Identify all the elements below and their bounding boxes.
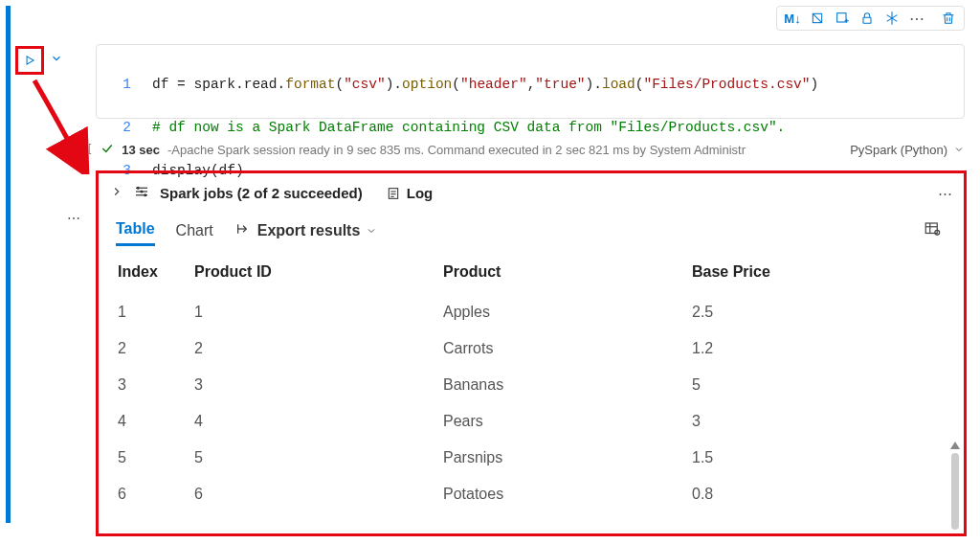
freeze-button[interactable] (880, 8, 903, 29)
spark-jobs-row: Spark jobs (2 of 2 succeeded) Log ⋯ (99, 173, 964, 211)
export-results-button[interactable]: Export results (234, 221, 378, 240)
table-cell: 0.8 (690, 476, 947, 512)
spark-jobs-icon (133, 183, 150, 203)
annotation-arrow (27, 79, 94, 174)
table-cell: 3 (690, 403, 947, 440)
line-number: 1 (106, 74, 131, 95)
table-row[interactable]: 55Parsnips1.5 (116, 440, 947, 476)
table-cell: Bananas (441, 367, 690, 403)
run-menu-dropdown[interactable] (50, 46, 63, 68)
table-cell: 2.5 (690, 294, 947, 330)
scrollbar-thumb[interactable] (951, 453, 959, 530)
table-cell: 2 (116, 330, 192, 367)
add-cell-button[interactable] (831, 8, 854, 29)
scroll-up-icon (950, 442, 960, 449)
table-cell: Parsnips (441, 440, 690, 476)
run-cell-button[interactable] (15, 46, 44, 75)
execution-message: -Apache Spark session ready in 9 sec 835… (167, 143, 746, 157)
table-cell: 5 (690, 367, 947, 403)
table-header-row: Index Product ID Product Base Price (116, 252, 947, 294)
table-row[interactable]: 44Pears3 (116, 403, 947, 440)
table-cell: 2 (192, 330, 441, 367)
spark-jobs-expand-toggle[interactable] (110, 185, 123, 201)
vertical-scrollbar[interactable] (950, 442, 960, 518)
svg-point-16 (137, 187, 139, 189)
col-index[interactable]: Index (116, 252, 192, 294)
table-cell: 1 (192, 294, 441, 330)
table-cell: 5 (192, 440, 441, 476)
table-cell: Potatoes (441, 476, 690, 512)
cell-output-panel: Spark jobs (2 of 2 succeeded) Log ⋯ Tabl… (96, 170, 967, 536)
table-cell: 1.2 (690, 330, 947, 367)
col-product[interactable]: Product (441, 252, 690, 294)
table-cell: 6 (116, 476, 192, 512)
table-cell: 4 (116, 403, 192, 440)
table-row[interactable]: 33Bananas5 (116, 367, 947, 403)
export-icon (234, 221, 252, 240)
table-settings-button[interactable] (924, 220, 941, 241)
results-table: Index Product ID Product Base Price 11Ap… (116, 252, 947, 512)
col-product-id[interactable]: Product ID (192, 252, 441, 294)
table-row[interactable]: 66Potatoes0.8 (116, 476, 947, 512)
table-cell: 5 (116, 440, 192, 476)
output-tabs: Table Chart Export results (99, 211, 964, 246)
svg-line-1 (813, 13, 821, 22)
table-cell: Pears (441, 403, 690, 440)
log-button[interactable]: Log (386, 185, 434, 201)
code-editor[interactable]: 1df = spark.read.format("csv").option("h… (96, 44, 965, 119)
table-row[interactable]: 22Carrots1.2 (116, 330, 947, 367)
clear-output-button[interactable] (806, 8, 829, 29)
status-success-icon (100, 142, 114, 158)
table-cell: 6 (192, 476, 441, 512)
cell-active-indicator (6, 6, 11, 523)
table-cell: Carrots (441, 330, 690, 367)
tab-table[interactable]: Table (116, 215, 155, 246)
col-base-price[interactable]: Base Price (690, 252, 947, 294)
spark-jobs-label: Spark jobs (2 of 2 succeeded) (160, 185, 363, 201)
table-cell: 3 (192, 367, 441, 403)
collapse-output-toggle[interactable]: [ (86, 143, 93, 156)
table-cell: Apples (441, 294, 690, 330)
tab-chart[interactable]: Chart (176, 216, 213, 245)
delete-cell-button[interactable] (937, 8, 960, 29)
table-cell: 4 (192, 403, 441, 440)
output-more-actions[interactable]: ⋯ (938, 185, 952, 202)
svg-point-17 (141, 191, 143, 193)
table-cell: 1 (116, 294, 192, 330)
svg-rect-5 (863, 17, 871, 23)
lock-button[interactable] (856, 8, 879, 29)
table-cell: 3 (116, 367, 192, 403)
execution-status-bar: [ 13 sec -Apache Spark session ready in … (86, 136, 965, 163)
svg-marker-11 (27, 57, 33, 64)
language-selector[interactable]: PySpark (Python) (850, 143, 965, 157)
cell-side-menu[interactable]: ⋯ (67, 211, 81, 226)
chevron-down-icon (366, 225, 377, 237)
cell-more-actions[interactable]: ⋯ (905, 10, 929, 28)
convert-markdown-button[interactable]: M↓ (781, 8, 804, 29)
table-cell: 1.5 (690, 440, 947, 476)
execution-duration: 13 sec (122, 143, 160, 157)
table-row[interactable]: 11Apples2.5 (116, 294, 947, 330)
cell-toolbar: M↓ ⋯ (776, 6, 965, 31)
svg-rect-2 (837, 13, 846, 22)
svg-point-18 (145, 194, 146, 196)
